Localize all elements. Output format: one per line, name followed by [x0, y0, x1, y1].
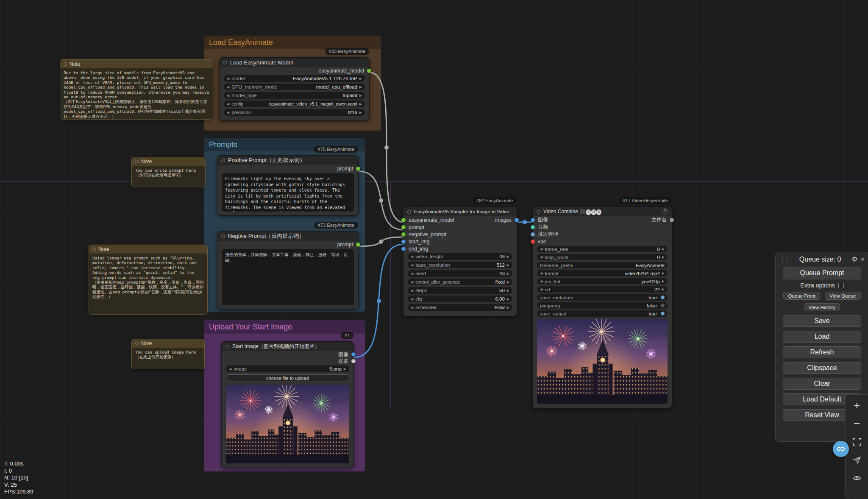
widget-scheduler[interactable]: ◀schedulerFlow▶	[408, 304, 512, 311]
input-port[interactable]	[401, 225, 406, 229]
node-title-bar[interactable]: Video Combine 🎥🅥🅗🅢 ?	[533, 207, 672, 216]
widget-filename-prefix[interactable]: filename_prefixEasyAnimate	[537, 262, 668, 268]
note-node-neg-tips[interactable]: Note Using longer neg prompt such as "Bl…	[89, 245, 208, 315]
prev-arrow-icon[interactable]: ◀	[411, 255, 413, 259]
prev-arrow-icon[interactable]: ◀	[227, 85, 229, 89]
note-node-vram-tip[interactable]: Note Due to the large size of models fro…	[60, 59, 213, 120]
help-icon[interactable]: ?	[662, 209, 668, 215]
prev-arrow-icon[interactable]: ◀	[227, 77, 229, 81]
widget-loop-count[interactable]: ◀loop_count0▶	[537, 254, 668, 260]
close-icon[interactable]: ×	[861, 256, 865, 263]
prev-arrow-icon[interactable]: ◀	[540, 287, 542, 291]
collapse-dot[interactable]	[225, 345, 229, 348]
widget-pix-fmt[interactable]: ◀pix_fmtyuv420p▶	[537, 278, 668, 284]
toggle-icon[interactable]	[661, 312, 665, 315]
zoom-in-button[interactable]: +	[851, 400, 862, 411]
node-title-bar[interactable]: EasyAnimateV5 Sampler for Image to Video	[403, 207, 517, 216]
collapse-dot[interactable]	[223, 61, 227, 64]
node-load-easyanimate-model[interactable]: #83 EasyAnimate Load EasyAnimate Model e…	[219, 57, 370, 121]
save-button[interactable]: Save	[783, 315, 861, 327]
input-port[interactable]	[401, 247, 406, 251]
output-port[interactable]	[356, 243, 360, 247]
widget-precision[interactable]: ◀precisionbf16▶	[224, 109, 365, 116]
prev-arrow-icon[interactable]: ◀	[540, 279, 542, 283]
load-button[interactable]: Load	[783, 331, 861, 343]
toggle-icon[interactable]	[661, 295, 665, 299]
widget-seed[interactable]: ◀seed43▶	[408, 270, 512, 277]
next-arrow-icon[interactable]: ▶	[359, 77, 362, 81]
widget-model-type[interactable]: ◀model_typeInpaint▶	[224, 92, 365, 99]
next-arrow-icon[interactable]: ▶	[507, 272, 509, 276]
widget-control-after-generate[interactable]: ◀control_after_generatefixed▶	[408, 279, 512, 285]
next-arrow-icon[interactable]: ▶	[662, 287, 665, 291]
input-port[interactable]	[531, 225, 535, 229]
next-arrow-icon[interactable]: ▶	[507, 280, 509, 284]
node-title-bar[interactable]: Load EasyAnimate Model	[220, 58, 369, 67]
prev-arrow-icon[interactable]: ◀	[540, 255, 542, 259]
next-arrow-icon[interactable]: ▶	[662, 279, 665, 283]
widget-config[interactable]: ◀configeasyanimate_video_v5.1_magvit_qwe…	[224, 100, 365, 107]
prev-arrow-icon[interactable]: ◀	[411, 272, 413, 276]
output-port[interactable]	[356, 167, 360, 171]
clipspace-button[interactable]: Clipspace	[783, 362, 861, 374]
next-arrow-icon[interactable]: ▶	[507, 306, 509, 309]
widget-image-file[interactable]: ◀image5.png▶	[226, 365, 349, 372]
widget-gpu-memory-mode[interactable]: ◀GPU_memory_modemodel_cpu_offload▶	[224, 84, 365, 90]
prev-arrow-icon[interactable]: ◀	[229, 367, 231, 371]
clear-button[interactable]: Clear	[783, 378, 861, 390]
prompt-textarea[interactable]: 扭曲的身体，肢体残缺，文本字幕，漫画，静止，丑陋，错误，乱码。	[222, 249, 354, 305]
widget-base-resolution[interactable]: ◀base_resolution512▶	[408, 262, 512, 268]
widget-cfg[interactable]: ◀cfg6.00▶	[408, 295, 512, 302]
collapse-dot[interactable]	[407, 210, 411, 214]
next-arrow-icon[interactable]: ▶	[344, 367, 346, 371]
collapse-dot[interactable]	[92, 248, 96, 251]
eye-icon[interactable]	[851, 473, 862, 484]
collapse-dot[interactable]	[135, 160, 139, 163]
prev-arrow-icon[interactable]: ◀	[411, 280, 413, 284]
collapse-dot[interactable]	[64, 62, 67, 66]
widget-format[interactable]: ◀formatvideo/h264-mp4▶	[537, 270, 668, 276]
prev-arrow-icon[interactable]: ◀	[411, 306, 413, 309]
view-history-button[interactable]: View History	[804, 303, 840, 311]
prev-arrow-icon[interactable]: ◀	[227, 94, 229, 98]
widget-model[interactable]: ◀modelEasyAnimateV5.1-12b-zh-InP▶	[224, 75, 365, 82]
prev-arrow-icon[interactable]: ◀	[227, 102, 229, 106]
prompt-textarea[interactable]: Fireworks light up the evening sky over …	[222, 173, 354, 212]
refresh-button[interactable]: Refresh	[783, 346, 861, 358]
input-port[interactable]	[531, 240, 535, 244]
widget-steps[interactable]: ◀steps50▶	[408, 287, 512, 294]
node-start-image[interactable]: #7 Start Image（图片到视频的开始图片） 图像 遮罩 ◀image5…	[221, 341, 354, 468]
next-arrow-icon[interactable]: ▶	[359, 102, 362, 106]
extra-options-checkbox[interactable]	[838, 283, 844, 288]
collapse-dot[interactable]	[221, 234, 225, 238]
next-arrow-icon[interactable]: ▶	[359, 85, 362, 89]
choose-file-button[interactable]: choose file to upload	[226, 374, 349, 382]
next-arrow-icon[interactable]: ▶	[359, 111, 362, 114]
input-port[interactable]	[401, 232, 406, 237]
toggle-icon[interactable]	[661, 304, 665, 307]
input-port[interactable]	[401, 240, 406, 244]
collapse-dot[interactable]	[221, 159, 225, 162]
widget-crf[interactable]: ◀crf22▶	[537, 286, 668, 293]
widget-video-length[interactable]: ◀video_length49▶	[408, 253, 512, 260]
collapse-dot[interactable]	[537, 210, 540, 214]
link-mode-button[interactable]	[833, 441, 849, 457]
next-arrow-icon[interactable]: ▶	[507, 263, 509, 267]
queue-prompt-button[interactable]: Queue Prompt	[783, 267, 861, 279]
queue-front-button[interactable]: Queue Front	[783, 292, 820, 300]
widget-frame-rate[interactable]: ◀frame_rate8▶	[537, 246, 668, 252]
output-port[interactable]	[367, 69, 371, 73]
widget-pingpong[interactable]: pingpongfalse	[537, 302, 668, 309]
view-queue-button[interactable]: View Queue	[825, 292, 860, 300]
next-arrow-icon[interactable]: ▶	[359, 94, 362, 98]
note-node-write-prompt[interactable]: Note You can write prompt here （你可以在此填写提…	[131, 157, 206, 187]
prev-arrow-icon[interactable]: ◀	[540, 271, 542, 275]
comfyui-canvas[interactable]: Load EasyAnimate Prompts Upload Your Sta…	[0, 0, 868, 499]
menu-drag-handle[interactable]: ⋮⋮	[779, 256, 789, 263]
output-port-filename[interactable]	[670, 218, 674, 222]
prev-arrow-icon[interactable]: ◀	[411, 263, 413, 267]
output-port[interactable]	[351, 352, 356, 357]
group-title[interactable]: Upload Your Start Image	[204, 320, 365, 334]
output-port-images[interactable]	[515, 218, 519, 222]
send-cursor-icon[interactable]	[851, 454, 862, 466]
